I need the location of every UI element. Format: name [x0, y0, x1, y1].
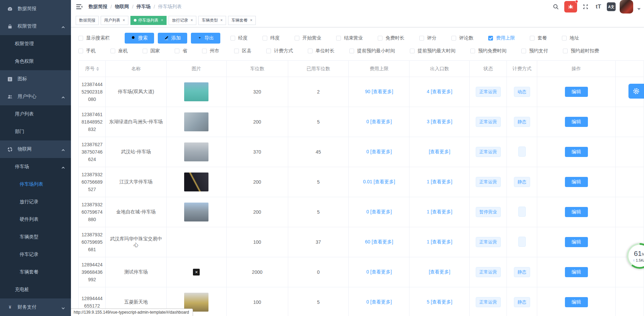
sidebar-item-1[interactable]: 权限管理	[0, 18, 71, 35]
checkbox[interactable]	[419, 36, 424, 41]
cell-fee-limit[interactable]: 0 [查看更多]	[349, 107, 410, 137]
tab-1[interactable]: 用户列表×	[101, 16, 128, 25]
breadcrumb-item-0[interactable]: 数据简报	[89, 4, 107, 10]
checkbox[interactable]	[78, 36, 83, 41]
error-log-icon[interactable]	[564, 1, 577, 12]
sidebar-item-10[interactable]: 停车场列表	[0, 176, 71, 193]
edit-button[interactable]: 编辑	[565, 87, 588, 97]
tab-2[interactable]: 停车场列表×	[130, 16, 167, 25]
cell-fee-limit[interactable]: 0 [查看更多]	[349, 287, 410, 316]
cell-gates[interactable]: 1 [查看更多]	[410, 167, 470, 197]
breadcrumb-item-2[interactable]: 停车场	[137, 4, 151, 10]
edit-button[interactable]: 编辑	[565, 177, 588, 187]
filter-row1-6[interactable]: 评论数	[451, 35, 473, 41]
filter-row1-7[interactable]: 费用上限	[488, 35, 515, 41]
show-search-checkbox[interactable]: 显示搜索栏	[78, 35, 110, 41]
tab-4[interactable]: 车辆类型×	[198, 16, 226, 25]
cell-fee-limit[interactable]: 0 [查看更多]	[349, 197, 410, 227]
cell-fee-limit[interactable]: 60 [查看更多]	[349, 227, 410, 257]
cell-gates[interactable]: [查看更多]	[410, 137, 470, 167]
checkbox[interactable]	[378, 36, 382, 41]
filter-row2-4[interactable]: 州市	[202, 48, 219, 54]
checkbox[interactable]	[563, 49, 568, 53]
sidebar-item-13[interactable]: 车辆类型	[0, 228, 71, 246]
filter-row2-2[interactable]: 国家	[143, 48, 160, 54]
breadcrumb-item-1[interactable]: 物联网	[115, 4, 129, 10]
checkbox[interactable]	[488, 36, 493, 41]
tab-close-icon[interactable]: ×	[123, 18, 125, 22]
checkbox[interactable]	[110, 49, 115, 53]
sidebar-item-15[interactable]: 车辆套餐	[0, 263, 71, 281]
tab-5[interactable]: 车辆套餐×	[228, 16, 256, 25]
checkbox[interactable]	[308, 49, 313, 53]
filter-row2-7[interactable]: 单位时长	[308, 48, 335, 54]
add-button[interactable]: 添加	[158, 33, 187, 44]
checkbox[interactable]	[266, 49, 271, 53]
filter-row1-4[interactable]: 免费时长	[378, 35, 404, 41]
filter-row2-10[interactable]: 预约免费时间	[470, 48, 506, 54]
edit-button[interactable]: 编辑	[565, 297, 588, 307]
tab-close-icon[interactable]: ×	[220, 18, 223, 22]
checkbox[interactable]	[410, 49, 415, 53]
settings-gear-button[interactable]	[628, 84, 644, 99]
checkbox[interactable]	[470, 49, 475, 53]
checkbox[interactable]	[143, 49, 147, 53]
filter-row2-12[interactable]: 预约超时扣费	[563, 48, 599, 54]
filter-row1-0[interactable]: 经度	[230, 35, 248, 41]
tab-close-icon[interactable]: ×	[191, 18, 193, 22]
sidebar-item-16[interactable]: 充电桩	[0, 281, 71, 298]
checkbox[interactable]	[202, 49, 207, 53]
sidebar-item-12[interactable]: 硬件列表	[0, 211, 71, 228]
sidebar-item-7[interactable]: 部门	[0, 123, 71, 140]
filter-row2-5[interactable]: 区县	[234, 48, 251, 54]
filter-row1-8[interactable]: 套餐	[530, 35, 547, 41]
sidebar-item-3[interactable]: 角色权限	[0, 53, 71, 70]
checkbox[interactable]	[234, 49, 239, 53]
search-button[interactable]: 搜索	[125, 33, 154, 44]
sort-carets-icon[interactable]	[96, 67, 99, 71]
sidebar-item-14[interactable]: 停车记录	[0, 246, 71, 263]
checkbox[interactable]	[451, 36, 456, 41]
cell-fee-limit[interactable]: 0.01 [查看更多]	[349, 167, 410, 197]
filter-row2-0[interactable]: 手机	[78, 48, 96, 54]
checkbox[interactable]	[175, 49, 179, 53]
cell-fee-limit[interactable]: 0 [查看更多]	[349, 257, 410, 287]
filter-row2-6[interactable]: 计费方式	[266, 48, 293, 54]
sidebar-item-9[interactable]: 停车场	[0, 158, 71, 176]
filter-row1-1[interactable]: 纬度	[263, 35, 280, 41]
tab-3[interactable]: 放行记录×	[169, 16, 196, 25]
fullscreen-icon[interactable]	[581, 2, 590, 11]
sidebar-item-17[interactable]: ¥财务支付	[0, 298, 71, 316]
filter-row1-3[interactable]: 结束营业	[336, 35, 363, 41]
cell-gates[interactable]: 3 [查看更多]	[410, 107, 470, 137]
text-size-icon[interactable]: tT	[594, 2, 603, 11]
cell-gates[interactable]: 1 [查看更多]	[410, 227, 470, 257]
sidebar-item-0[interactable]: 数据简报	[0, 0, 71, 18]
avatar-caret-icon[interactable]	[637, 8, 641, 10]
filter-row1-2[interactable]: 开始营业	[295, 35, 321, 41]
tab-close-icon[interactable]: ×	[161, 18, 163, 22]
edit-button[interactable]: 编辑	[565, 267, 588, 277]
filter-row2-3[interactable]: 省	[175, 48, 187, 54]
checkbox[interactable]	[295, 36, 299, 41]
sidebar-item-8[interactable]: 物联网	[0, 140, 71, 158]
checkbox[interactable]	[263, 36, 267, 41]
sidebar-item-11[interactable]: 放行记录	[0, 193, 71, 211]
avatar[interactable]	[620, 0, 633, 14]
cell-gates[interactable]: 5 [查看更多]	[410, 287, 470, 316]
filter-row2-8[interactable]: 提前预约最小时间	[349, 48, 395, 54]
cell-gates[interactable]: [查看更多]	[410, 257, 470, 287]
checkbox[interactable]	[349, 49, 354, 53]
checkbox[interactable]	[230, 36, 235, 41]
sidebar-item-4[interactable]: I图标	[0, 70, 71, 88]
checkbox[interactable]	[530, 36, 535, 41]
sidebar-item-6[interactable]: 用户列表	[0, 105, 71, 123]
filter-row2-1[interactable]: 座机	[110, 48, 128, 54]
checkbox[interactable]	[521, 49, 526, 53]
column-header-0[interactable]: 序号	[79, 61, 106, 77]
translate-icon[interactable]: A文	[607, 2, 616, 11]
cell-gates[interactable]: 1 [查看更多]	[410, 197, 470, 227]
edit-button[interactable]: 编辑	[565, 207, 588, 217]
edit-button[interactable]: 编辑	[565, 147, 588, 157]
cell-fee-limit[interactable]: 0 [查看更多]	[349, 137, 410, 167]
